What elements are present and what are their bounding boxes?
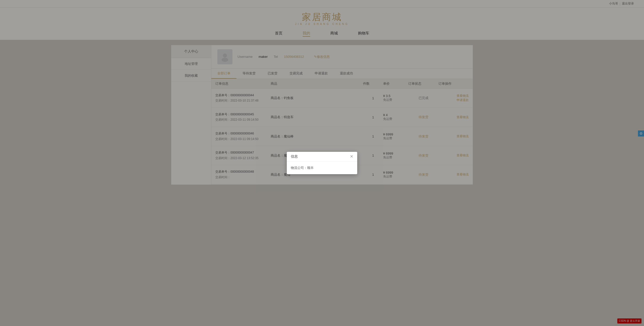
info-modal: 信息 ✕ 物流公司：顺丰 [287,152,357,174]
modal-header: 信息 ✕ [287,152,357,162]
modal-overlay[interactable]: 信息 ✕ 物流公司：顺丰 [0,0,644,326]
modal-close-button[interactable]: ✕ [350,155,353,159]
modal-title: 信息 [291,154,298,159]
modal-body: 物流公司：顺丰 [287,162,357,174]
modal-content: 物流公司：顺丰 [291,166,314,170]
